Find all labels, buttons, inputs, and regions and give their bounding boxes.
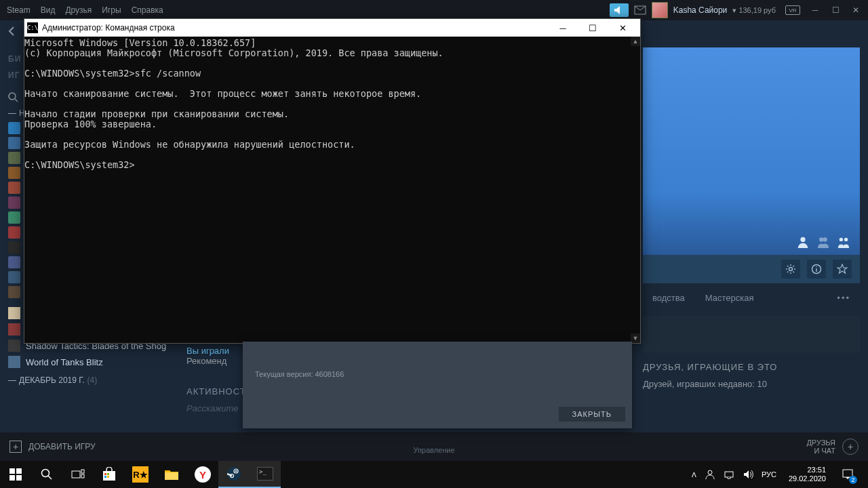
taskview-button[interactable] [62, 461, 94, 488]
list-item[interactable]: World of Tanks Blitz [8, 354, 171, 370]
game-icon[interactable] [8, 211, 20, 224]
svg-rect-21 [107, 476, 109, 478]
steam-nav [0, 20, 26, 45]
menu-friends[interactable]: Друзья [65, 5, 92, 15]
svg-point-25 [235, 470, 237, 472]
svg-rect-18 [104, 473, 106, 475]
action-center-icon[interactable]: 2 [834, 461, 861, 488]
language-indicator[interactable]: РУС [762, 470, 776, 479]
cmd-maximize[interactable]: ☐ [578, 19, 608, 37]
game-icon[interactable] [8, 167, 20, 179]
yandex-app[interactable]: Y [187, 461, 218, 488]
back-icon[interactable] [7, 26, 20, 39]
svg-point-6 [844, 238, 848, 241]
store-app[interactable] [94, 461, 125, 488]
svg-rect-15 [81, 470, 84, 473]
menu-games[interactable]: Игры [102, 5, 121, 15]
plus-icon[interactable]: + [9, 441, 22, 453]
friends-recent[interactable]: Друзей, игравших недавно: 10 [643, 376, 860, 392]
start-button[interactable] [0, 461, 31, 488]
game-icon[interactable] [8, 241, 20, 253]
vr-icon[interactable]: VR [785, 5, 800, 15]
cmd-output[interactable]: Microsoft Windows [Version 10.0.18362.65… [24, 37, 631, 343]
game-icon[interactable] [8, 271, 20, 283]
svg-rect-16 [81, 474, 84, 478]
steam-maximize[interactable]: ☐ [830, 5, 841, 16]
svg-rect-20 [104, 476, 106, 478]
cmd-app[interactable]: >_ [250, 461, 281, 488]
svg-point-7 [789, 268, 793, 271]
version-text: Текущая версия: 4608166 [255, 370, 620, 378]
add-game-button[interactable]: ДОБАВИТЬ ИГРУ [28, 442, 96, 451]
star-icon[interactable] [833, 260, 852, 279]
username[interactable]: Kasha Сайори [673, 5, 728, 15]
svg-point-4 [823, 237, 827, 241]
svg-rect-28 [725, 472, 733, 477]
steam-menubar: Steam Вид Друзья Игры Справка Kasha Сайо… [0, 0, 868, 20]
svg-point-13 [42, 470, 50, 477]
game-icon[interactable] [8, 137, 20, 149]
steam-minimize[interactable]: ─ [810, 5, 821, 16]
cmd-minimize[interactable]: ─ [548, 19, 578, 37]
svg-rect-22 [165, 472, 178, 480]
system-tray: ᐱ РУС 23:51 29.02.2020 2 [685, 461, 868, 488]
game-hero [643, 47, 860, 255]
windows-taskbar: R★ Y >_ ᐱ РУС 23:51 29.02.2020 2 [0, 461, 868, 488]
announce-button[interactable] [610, 3, 629, 17]
content-box [643, 316, 860, 352]
volume-icon[interactable] [743, 469, 753, 480]
explorer-app[interactable] [156, 461, 187, 488]
svg-rect-19 [107, 473, 109, 475]
steam-app[interactable] [218, 461, 250, 488]
game-icon[interactable] [8, 197, 20, 209]
game-icon[interactable] [8, 256, 20, 268]
game-icon[interactable] [8, 122, 20, 134]
group-icon [837, 236, 850, 248]
clock[interactable]: 23:51 29.02.2020 [789, 466, 826, 483]
game-icon[interactable] [8, 286, 20, 298]
svg-rect-12 [16, 475, 22, 481]
steam-close[interactable]: ✕ [850, 5, 861, 16]
svg-rect-11 [9, 475, 15, 481]
wallet-balance[interactable]: ▾ 136,19 руб [732, 6, 776, 15]
detail-tabs: водства Мастерская ••• [643, 283, 860, 312]
tab-guides[interactable]: водства [652, 293, 685, 303]
people-tray-icon[interactable] [705, 469, 715, 480]
svg-point-2 [800, 237, 805, 242]
person-icon [796, 236, 810, 248]
scroll-up-icon[interactable]: ▲ [631, 37, 640, 46]
inbox-icon[interactable] [634, 5, 646, 15]
menu-help[interactable]: Справка [132, 5, 163, 15]
cmd-scrollbar[interactable]: ▲ ▼ [631, 37, 640, 343]
downloads-manage[interactable]: Управление [413, 439, 454, 455]
rockstar-app[interactable]: R★ [125, 461, 156, 488]
group-december[interactable]: — ДЕКАБРЬ 2019 Г. (4) [8, 375, 171, 385]
cmd-window: C:\ Администратор: Командная строка ─ ☐ … [24, 18, 641, 344]
game-icon[interactable] [8, 182, 20, 194]
game-icon[interactable] [8, 152, 20, 164]
menu-steam[interactable]: Steam [7, 5, 31, 15]
tray-expand-icon[interactable]: ᐱ [692, 471, 696, 479]
game-icon[interactable] [8, 226, 20, 239]
friends-section-title: ДРУЗЬЯ, ИГРАЮЩИЕ В ЭТО [643, 362, 860, 372]
svg-rect-10 [16, 468, 22, 474]
svg-point-27 [708, 470, 712, 474]
popup-close-button[interactable]: ЗАКРЫТЬ [559, 407, 625, 422]
add-friend-icon[interactable]: + [842, 439, 859, 455]
game-detail-panel: водства Мастерская ••• ДРУЗЬЯ, ИГРАЮЩИЕ … [643, 47, 860, 392]
svg-point-1 [9, 93, 16, 100]
steam-footer: + ДОБАВИТЬ ИГРУ Управление ДРУЗЬЯ И ЧАТ … [0, 432, 868, 461]
gear-icon[interactable] [781, 260, 800, 279]
cmd-close[interactable]: ✕ [608, 19, 637, 37]
more-icon[interactable]: ••• [837, 293, 850, 303]
cmd-icon: C:\ [27, 22, 38, 33]
search-button[interactable] [31, 461, 62, 488]
tab-workshop[interactable]: Мастерская [705, 293, 754, 303]
cmd-titlebar[interactable]: C:\ Администратор: Командная строка ─ ☐ … [24, 19, 640, 37]
scroll-down-icon[interactable]: ▼ [631, 333, 640, 343]
network-icon[interactable] [724, 469, 734, 480]
avatar[interactable] [652, 2, 668, 18]
menu-view[interactable]: Вид [41, 5, 56, 15]
svg-rect-9 [9, 468, 15, 474]
info-icon[interactable] [807, 260, 826, 279]
